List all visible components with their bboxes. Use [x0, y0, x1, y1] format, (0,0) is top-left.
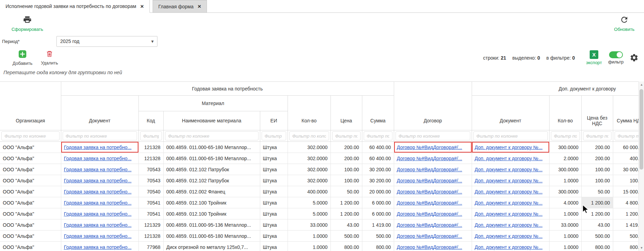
cell: 200.00 — [330, 142, 362, 153]
filter-input-qty[interactable] — [289, 131, 329, 140]
filter-input-sum[interactable] — [364, 131, 392, 140]
cell: 200.00 — [330, 153, 362, 164]
generate-button[interactable]: Сформировать — [8, 15, 46, 32]
cell-link[interactable]: Договор №#ВидДоговора#/... — [397, 167, 462, 172]
col-header-code[interactable]: Код — [138, 111, 163, 130]
cell-link[interactable]: Договор №#ВидДоговора#/... — [397, 156, 462, 161]
cell-link[interactable]: Доп. документ к договору №... — [475, 211, 543, 217]
filter-input-price-no-vat[interactable] — [583, 131, 611, 140]
cell: 302.0000 — [288, 153, 330, 164]
cell: 000.4859. 011.000-65-180 Металлор... — [163, 231, 260, 242]
link-cell: Договор №#ВидДоговора#/... — [394, 242, 472, 251]
period-select[interactable]: 2025 год ▾ — [56, 36, 157, 47]
cell: 300.0000 — [549, 164, 581, 175]
cell-link[interactable]: Доп. документ к договору №... — [475, 189, 543, 194]
cell-link[interactable]: Договор №#ВидДоговора#/... — [397, 200, 462, 206]
cell-link[interactable]: Годовая заявка на потребно... — [64, 156, 131, 161]
cell-link[interactable]: Годовая заявка на потребно... — [64, 222, 131, 228]
close-icon[interactable]: × — [140, 3, 144, 9]
table-row: ООО "Альфа"Годовая заявка на потребно...… — [0, 208, 638, 219]
cell-link[interactable]: Доп. документ к договору №... — [475, 145, 543, 150]
cell: 200.00 — [581, 153, 613, 164]
scroll-up-arrow[interactable]: ▲ — [639, 83, 644, 86]
filter-input-qty-2[interactable] — [551, 131, 580, 140]
refresh-button[interactable]: Обновить — [612, 15, 636, 32]
scrollbar-thumb[interactable] — [640, 89, 643, 170]
cell: 70543 — [138, 175, 163, 186]
col-header-material-name[interactable]: Наименование материала — [163, 111, 260, 130]
col-header-sum[interactable]: Сумма — [362, 96, 394, 130]
cell-link[interactable]: Годовая заявка на потребно... — [64, 244, 131, 250]
filter-input-contract[interactable] — [396, 131, 470, 140]
col-header-document[interactable]: Документ — [61, 96, 138, 130]
cell-link[interactable]: Договор №#ВидДоговора#/... — [397, 189, 462, 194]
add-button[interactable]: Добавить — [10, 50, 35, 66]
cell-link[interactable]: Договор №#ВидДоговора#/... — [397, 233, 462, 239]
cell: 50.00 — [330, 186, 362, 197]
cell-link[interactable]: Доп. документ к договору №... — [475, 200, 543, 206]
close-icon[interactable]: × — [198, 3, 201, 9]
col-header-qty[interactable]: Кол-во — [288, 96, 330, 130]
cell: 70541 — [138, 197, 163, 208]
filter-input-code[interactable] — [140, 131, 162, 140]
cell: 1.0000 — [549, 208, 581, 219]
col-header-sum-vat[interactable]: Сумма НДС — [613, 96, 638, 130]
filter-toggle-group: фильтр — [608, 51, 624, 64]
col-header-document-2[interactable]: Документ — [472, 96, 549, 130]
link-cell: Годовая заявка на потребно... — [61, 186, 138, 197]
cell-link[interactable]: Годовая заявка на потребно... — [64, 200, 131, 206]
cell-link[interactable]: Годовая заявка на потребно... — [64, 233, 131, 239]
tab-main-form[interactable]: Главная форма × — [153, 0, 207, 12]
link-cell: Годовая заявка на потребно... — [61, 164, 138, 175]
vertical-scrollbar[interactable]: ▲ ▼ — [638, 81, 644, 251]
scroll-down-arrow[interactable]: ▼ — [639, 246, 644, 250]
tab-annual-request-execution[interactable]: Исполнение годовой заявки на потребность… — [0, 0, 150, 13]
cell-link[interactable]: Доп. документ к договору №... — [475, 156, 543, 161]
cell: ООО "Альфа" — [0, 153, 61, 164]
cell-link[interactable]: Годовая заявка на потребно... — [64, 167, 131, 172]
cell-link[interactable]: Договор №#ВидДоговора#/... — [397, 178, 462, 183]
settings-gear-icon[interactable] — [630, 53, 638, 62]
cell: 800.00 — [362, 242, 394, 251]
band-material: Материал — [138, 96, 288, 111]
delete-button[interactable]: Удалить — [39, 50, 60, 66]
cell-link[interactable]: Доп. документ к договору №... — [475, 178, 543, 183]
cell-link[interactable]: Доп. документ к договору №... — [475, 244, 543, 250]
cell-link[interactable]: Договор №#ВидДоговора#/... — [397, 211, 462, 217]
cell: 000.4859. 012.002 Фланец — [163, 186, 260, 197]
cell: 5.0000 — [288, 197, 330, 208]
link-cell: Годовая заявка на потребно... — [61, 142, 138, 153]
col-header-contract[interactable]: Договор — [394, 82, 472, 130]
filter-input-material-name[interactable] — [165, 131, 258, 140]
cell-link[interactable]: Годовая заявка на потребно... — [64, 145, 131, 150]
cell: ООО "Альфа" — [0, 142, 61, 153]
col-header-unit[interactable]: ЕИ — [260, 111, 288, 130]
grid-toolbar-right: строки:21 выделено:0 в фильтре:0 X экспо… — [483, 50, 638, 65]
col-header-organization[interactable]: Организация — [0, 82, 61, 130]
filter-input-document-2[interactable] — [473, 131, 548, 140]
filter-input-price[interactable] — [332, 131, 361, 140]
cell-link[interactable]: Доп. документ к договору №... — [475, 233, 543, 239]
cell-link[interactable]: Договор №#ВидДоговора#/... — [397, 145, 462, 150]
cell-link[interactable]: Доп. документ к договору №... — [475, 167, 543, 172]
col-header-price-no-vat[interactable]: Цена без НДС — [581, 96, 613, 130]
cell-link[interactable]: Договор №#ВидДоговора#/... — [397, 222, 462, 228]
cell-link[interactable]: Годовая заявка на потребно... — [64, 189, 131, 194]
filter-input-unit[interactable] — [262, 131, 286, 140]
export-button[interactable]: X экспорт — [586, 50, 602, 65]
cell-link[interactable]: Договор №#ВидДоговора#/... — [397, 244, 462, 250]
cell-link[interactable]: Годовая заявка на потребно... — [64, 211, 131, 217]
cell: 400.00 — [613, 153, 638, 164]
col-header-price[interactable]: Цена — [330, 96, 362, 130]
cell-link[interactable]: Годовая заявка на потребно... — [64, 178, 131, 183]
filter-input-sum-vat[interactable] — [615, 131, 638, 140]
filter-toggle[interactable] — [609, 51, 623, 58]
export-label: экспорт — [586, 60, 602, 65]
cell: 800.00 — [581, 242, 613, 251]
col-header-qty-2[interactable]: Кол-во — [549, 96, 581, 130]
cell: 1 200.00 — [330, 208, 362, 219]
filter-input-organization[interactable] — [1, 131, 60, 140]
filter-input-document[interactable] — [63, 131, 137, 140]
group-by-drop-zone[interactable]: Перетащите сюда колонку для группировки … — [0, 66, 644, 81]
cell-link[interactable]: Доп. документ к договору №... — [475, 222, 543, 228]
